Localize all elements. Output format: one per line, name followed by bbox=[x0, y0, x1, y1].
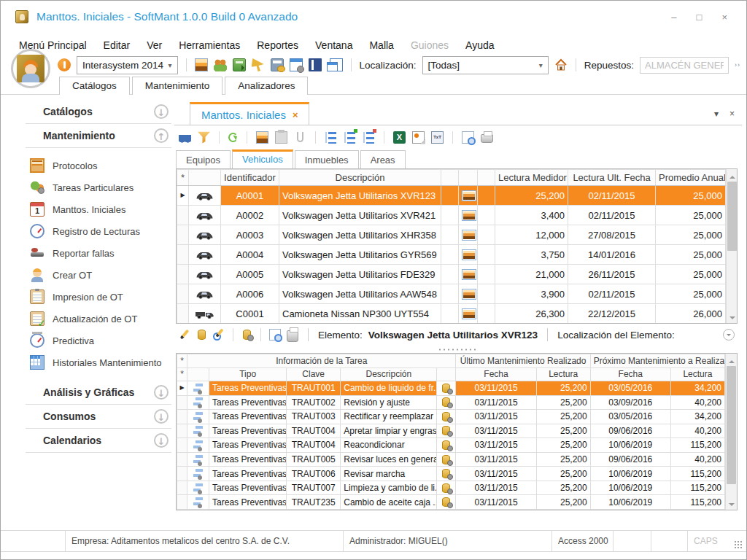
book-icon[interactable] bbox=[309, 58, 322, 71]
group-informacion-tarea[interactable]: Información de la Tarea bbox=[187, 354, 456, 368]
cell-promedio-anual[interactable]: 25,000 bbox=[656, 245, 726, 265]
collapse-panel-icon[interactable] bbox=[723, 329, 735, 341]
cell-descripcion[interactable]: Revisar luces en general bbox=[341, 452, 437, 467]
resize-grip[interactable] bbox=[734, 540, 743, 549]
sidebar-section-catalogos[interactable]: Catálogos bbox=[26, 100, 171, 124]
cell-ultimo-fecha[interactable]: 03/11/2015 bbox=[456, 395, 536, 410]
col-vehicle-icon[interactable] bbox=[189, 170, 221, 186]
cell-tipo[interactable]: Tareas Preventivas bbox=[209, 481, 287, 495]
cell-clave[interactable]: TRAUT002 bbox=[287, 395, 341, 410]
vehicles-scrollbar[interactable] bbox=[726, 169, 738, 323]
cell-blank[interactable] bbox=[478, 245, 495, 265]
menu-item-ventana[interactable]: Ventana bbox=[315, 39, 352, 51]
task-row[interactable]: Tareas PreventivasTRAUT001Cambio de liqu… bbox=[177, 381, 725, 396]
task-row[interactable]: Tareas PreventivasTRAUT005Revisar luces … bbox=[177, 452, 725, 467]
cell-ultimo-fecha[interactable]: 03/11/2015 bbox=[456, 438, 536, 453]
menu-item-guiones[interactable]: Guiones bbox=[411, 39, 449, 51]
pointer-edit-icon[interactable] bbox=[252, 58, 265, 71]
cell-lectura-ult-fecha[interactable]: 27/08/2015 bbox=[568, 225, 656, 245]
cell-blank[interactable] bbox=[441, 206, 459, 225]
cell-blank[interactable] bbox=[441, 265, 459, 284]
db-gear-icon[interactable] bbox=[442, 497, 450, 507]
cell-blank[interactable] bbox=[441, 245, 459, 265]
vehicle-row[interactable]: C0001Camioneta Nissan NP300 UYT55426,300… bbox=[177, 304, 726, 324]
splitter-handle[interactable] bbox=[174, 346, 742, 353]
cell-lectura-ult-fecha[interactable]: 14/01/2016 bbox=[568, 245, 656, 265]
cell-descripcion[interactable]: Volkswagen Jetta Utilitarios XHR358 bbox=[279, 225, 441, 245]
cell-tipo[interactable]: Tareas Preventivas bbox=[209, 410, 287, 424]
task-row[interactable]: Tareas PreventivasTRAUT004Apretar limpia… bbox=[177, 424, 725, 438]
cell-clave[interactable]: TRAUT005 bbox=[287, 452, 341, 467]
cell-descripcion[interactable]: Cambio de aceite caja ... bbox=[341, 495, 437, 510]
vehicle-row[interactable]: A0002Volkswagen Jetta Utilitarios XVR421… bbox=[177, 206, 726, 225]
filter-icon[interactable] bbox=[198, 131, 210, 144]
scroll-down-icon[interactable] bbox=[727, 311, 738, 323]
menu-item-editar[interactable]: Editar bbox=[104, 39, 131, 51]
cell-lectura-medidor[interactable]: 3,750 bbox=[495, 245, 568, 265]
col-lectura-ult-fecha[interactable]: Lectura Ult. Fecha bbox=[568, 170, 656, 186]
db-gear-icon[interactable] bbox=[442, 455, 450, 464]
avatar[interactable] bbox=[11, 49, 50, 88]
cell-descripcion[interactable]: Revisión y ajuste bbox=[341, 395, 437, 410]
scrollbar-thumb[interactable] bbox=[727, 182, 737, 251]
paste-icon[interactable] bbox=[275, 131, 287, 144]
ribbon-tab-catalogos[interactable]: Catálogos bbox=[59, 77, 130, 95]
cell-lectura-ult-fecha[interactable]: 02/11/2015 bbox=[568, 186, 656, 206]
cell-ultimo-lectura[interactable]: 25,200 bbox=[536, 438, 590, 453]
cell-clave[interactable]: TRAUT003 bbox=[287, 410, 341, 424]
db-gear-icon[interactable] bbox=[442, 440, 450, 450]
group-ultimo-mantenimiento[interactable]: Último Mantenimiento Realizado bbox=[456, 354, 590, 368]
col-proximo-fecha[interactable]: Fecha bbox=[590, 368, 670, 381]
cell-lectura-medidor[interactable]: 12,000 bbox=[495, 225, 568, 245]
cell-blank[interactable] bbox=[441, 225, 459, 245]
vehicle-row[interactable]: A0005Volkswagen Jetta Utilitarios FDE329… bbox=[177, 265, 726, 284]
cell-identificador[interactable]: A0004 bbox=[221, 245, 279, 265]
cell-proximo-lectura[interactable]: 40,200 bbox=[670, 424, 724, 438]
picture-button[interactable] bbox=[462, 308, 476, 319]
col-extra-1[interactable] bbox=[441, 170, 459, 186]
task-row[interactable]: Tareas PreventivasTRAUT002Revisión y aju… bbox=[177, 395, 725, 410]
cell-ultimo-fecha[interactable]: 03/11/2015 bbox=[456, 495, 536, 510]
cell-proximo-fecha[interactable]: 03/05/2016 bbox=[590, 410, 670, 424]
sidebar-item-manttos-iniciales[interactable]: Manttos. Iniciales bbox=[30, 198, 171, 220]
cell-promedio-anual[interactable]: 26,000 bbox=[656, 304, 726, 324]
cell-tipo[interactable]: Tareas Preventivas bbox=[209, 395, 287, 410]
cascade-windows-icon[interactable] bbox=[330, 58, 343, 71]
sidebar-item-historiales-mantenimiento[interactable]: Historiales Mantenimiento bbox=[30, 351, 171, 373]
sidebar-item-predictiva[interactable]: Predictiva bbox=[30, 330, 171, 351]
cell-blank[interactable] bbox=[478, 206, 495, 225]
vehicle-row[interactable]: A0001Volkswagen Jetta Utilitarios XVR123… bbox=[177, 186, 726, 206]
search-icon[interactable] bbox=[179, 131, 191, 144]
grid-corner[interactable]: * bbox=[177, 170, 189, 186]
note-export-icon[interactable] bbox=[412, 131, 425, 144]
cell-tipo[interactable]: Tareas Preventivas bbox=[209, 467, 287, 481]
toolbar-overflow-icon[interactable]: ›› bbox=[735, 61, 740, 69]
cell-ultimo-lectura[interactable]: 25,200 bbox=[536, 410, 590, 424]
cell-identificador[interactable]: A0002 bbox=[221, 206, 279, 225]
col-clave[interactable]: Clave bbox=[287, 368, 341, 381]
sidebar-section-consumos[interactable]: Consumos bbox=[26, 405, 171, 429]
cell-proximo-lectura[interactable]: 34,200 bbox=[670, 410, 724, 424]
cell-proximo-lectura[interactable]: 115,200 bbox=[670, 495, 724, 510]
cell-lectura-ult-fecha[interactable]: 22/12/2015 bbox=[568, 304, 656, 324]
users-icon[interactable] bbox=[214, 58, 227, 71]
attachment-icon[interactable] bbox=[297, 132, 303, 142]
col-lectura-medidor[interactable]: Lectura Medidor bbox=[495, 170, 568, 186]
subtab-equipos[interactable]: Equipos bbox=[176, 150, 231, 168]
cell-descripcion[interactable]: Volkswagen Jetta Utilitarios GYR569 bbox=[279, 245, 441, 265]
expand-section-icon[interactable] bbox=[154, 104, 169, 119]
col-ultimo-lectura[interactable]: Lectura bbox=[536, 368, 590, 381]
grid-corner[interactable]: * bbox=[177, 354, 187, 368]
cell-promedio-anual[interactable]: 25,000 bbox=[656, 265, 726, 284]
cell-proximo-fecha[interactable]: 10/06/2019 bbox=[590, 467, 670, 481]
subtab-inmuebles[interactable]: Inmuebles bbox=[295, 150, 359, 168]
cell-descripcion[interactable]: Reacondicionar bbox=[341, 438, 437, 453]
picture-button[interactable] bbox=[462, 249, 476, 260]
subtab-areas[interactable]: Areas bbox=[360, 150, 406, 168]
localizacion-combo[interactable]: [Todas] bbox=[422, 56, 549, 74]
col-descripcion[interactable]: Descripción bbox=[279, 170, 441, 186]
col-task-icon[interactable] bbox=[187, 368, 209, 381]
cell-lectura-medidor[interactable]: 3,400 bbox=[495, 206, 568, 225]
cell-identificador[interactable]: A0006 bbox=[221, 284, 279, 304]
db-gear-icon[interactable] bbox=[243, 330, 251, 340]
